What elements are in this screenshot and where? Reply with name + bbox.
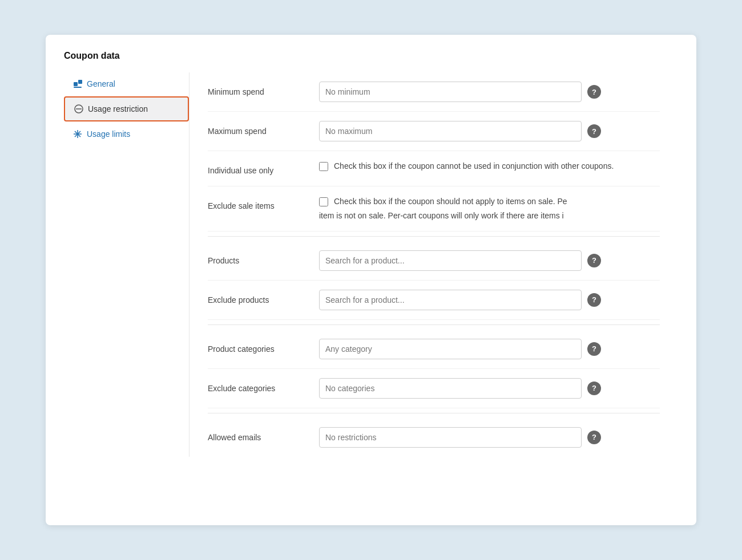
label-allowed-emails: Allowed emails xyxy=(208,427,308,444)
help-icon-minimum-spend[interactable]: ? xyxy=(587,85,601,99)
label-maximum-spend: Maximum spend xyxy=(208,121,308,137)
sidebar-item-usage-limits[interactable]: Usage limits xyxy=(64,123,189,145)
sidebar-general-label: General xyxy=(87,79,115,88)
checkbox-individual-use-text: Check this box if the coupon cannot be u… xyxy=(334,160,614,172)
sidebar-item-general[interactable]: General xyxy=(64,72,189,95)
main-content: Minimum spend ? Maximum spend ? Individu… xyxy=(189,72,678,457)
form-row-minimum-spend: Minimum spend ? xyxy=(208,72,660,112)
control-maximum-spend: ? xyxy=(319,121,660,141)
sidebar-limits-label: Usage limits xyxy=(87,129,130,139)
label-product-categories: Product categories xyxy=(208,339,308,355)
input-allowed-emails[interactable] xyxy=(319,427,582,448)
control-exclude-categories: ? xyxy=(319,378,660,399)
input-maximum-spend[interactable] xyxy=(319,121,582,141)
control-exclude-sale: Check this box if the coupon should not … xyxy=(319,196,660,222)
input-exclude-products[interactable] xyxy=(319,290,582,310)
checkbox-individual-use-wrap: Check this box if the coupon cannot be u… xyxy=(319,160,614,172)
help-icon-exclude-categories[interactable]: ? xyxy=(587,382,601,395)
form-row-products: Products ? xyxy=(208,241,660,281)
form-row-product-categories: Product categories ? xyxy=(208,330,660,369)
help-icon-maximum-spend[interactable]: ? xyxy=(587,124,601,138)
label-exclude-sale: Exclude sale items xyxy=(208,196,308,212)
layout: General Usage restriction xyxy=(64,72,678,457)
checkbox-exclude-sale-text: Check this box if the coupon should not … xyxy=(334,196,567,208)
restriction-icon xyxy=(74,104,83,113)
sidebar-restriction-label: Usage restriction xyxy=(88,104,148,113)
divider-1 xyxy=(208,236,660,237)
input-minimum-spend[interactable] xyxy=(319,82,582,102)
checkbox-exclude-sale[interactable] xyxy=(319,197,328,206)
form-row-exclude-products: Exclude products ? xyxy=(208,281,660,320)
checkbox-individual-use[interactable] xyxy=(319,162,328,171)
form-row-allowed-emails: Allowed emails ? xyxy=(208,418,660,457)
help-icon-exclude-products[interactable]: ? xyxy=(587,293,601,307)
input-product-categories[interactable] xyxy=(319,339,582,359)
svg-rect-0 xyxy=(74,82,78,86)
label-minimum-spend: Minimum spend xyxy=(208,82,308,98)
svg-rect-2 xyxy=(74,87,82,88)
sidebar-item-usage-restriction[interactable]: Usage restriction xyxy=(64,96,189,121)
form-row-individual-use: Individual use only Check this box if th… xyxy=(208,151,660,186)
tag-icon xyxy=(73,79,82,88)
control-allowed-emails: ? xyxy=(319,427,660,448)
svg-rect-1 xyxy=(78,80,82,84)
label-exclude-products: Exclude products xyxy=(208,290,308,306)
input-exclude-categories[interactable] xyxy=(319,378,582,399)
help-icon-product-categories[interactable]: ? xyxy=(587,342,601,356)
control-exclude-products: ? xyxy=(319,290,660,310)
control-minimum-spend: ? xyxy=(319,82,660,102)
form-row-maximum-spend: Maximum spend ? xyxy=(208,112,660,151)
control-product-categories: ? xyxy=(319,339,660,359)
help-icon-products[interactable]: ? xyxy=(587,254,601,267)
control-individual-use: Check this box if the coupon cannot be u… xyxy=(319,160,660,172)
coupon-data-card: Coupon data General xyxy=(46,35,696,525)
exclude-sale-desc: item is not on sale. Per-cart coupons wi… xyxy=(319,210,567,222)
label-individual-use: Individual use only xyxy=(208,160,308,177)
divider-2 xyxy=(208,324,660,325)
form-row-exclude-sale: Exclude sale items Check this box if the… xyxy=(208,186,660,232)
input-products[interactable] xyxy=(319,250,582,271)
help-icon-allowed-emails[interactable]: ? xyxy=(587,431,601,444)
form-row-exclude-categories: Exclude categories ? xyxy=(208,369,660,408)
divider-3 xyxy=(208,413,660,413)
limits-icon xyxy=(73,129,82,139)
control-products: ? xyxy=(319,250,660,271)
sidebar: General Usage restriction xyxy=(64,72,189,457)
card-title: Coupon data xyxy=(64,51,678,61)
checkbox-exclude-sale-wrap: Check this box if the coupon should not … xyxy=(319,196,567,208)
label-products: Products xyxy=(208,250,308,267)
label-exclude-categories: Exclude categories xyxy=(208,378,308,395)
